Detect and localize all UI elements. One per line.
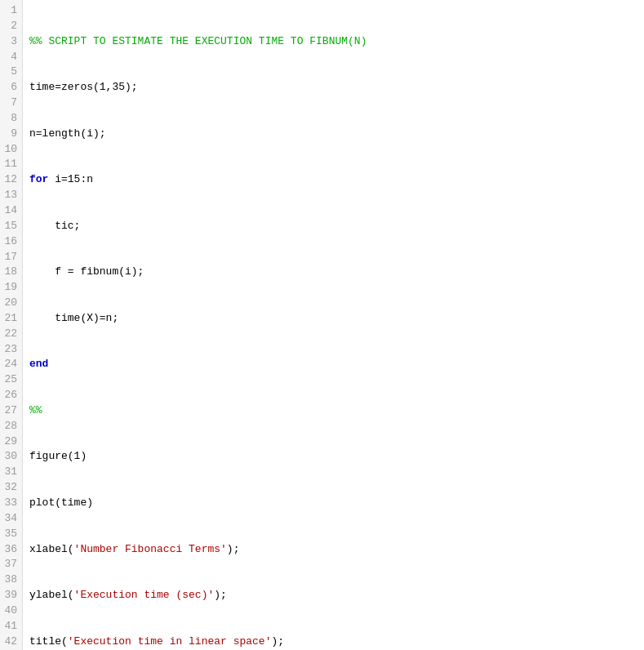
line-num: 10 (3, 142, 17, 158)
code-line-3: n=length(i); (29, 127, 637, 142)
line-num: 14 (3, 203, 17, 219)
line-num: 23 (3, 342, 17, 358)
line-num: 36 (3, 542, 17, 558)
line-num: 33 (3, 496, 17, 511)
code-editor: 1 2 3 4 5 6 7 8 9 10 11 12 13 14 15 16 1… (0, 0, 644, 650)
line-num: 40 (3, 603, 17, 619)
line-num: 18 (3, 265, 17, 280)
line-num: 34 (3, 511, 17, 527)
line-num: 17 (3, 250, 17, 265)
code-line-1: %% SCRIPT TO ESTIMATE THE EXECUTION TIME… (29, 34, 637, 50)
line-num: 4 (3, 50, 17, 65)
line-num: 39 (3, 588, 17, 603)
code-text[interactable]: %% SCRIPT TO ESTIMATE THE EXECUTION TIME… (23, 0, 644, 650)
line-num: 26 (3, 388, 17, 403)
code-line-4: for i=15:n (29, 172, 637, 188)
line-num: 30 (3, 449, 17, 465)
code-line-10: figure(1) (29, 449, 637, 465)
line-num: 27 (3, 403, 17, 419)
line-num: 20 (3, 296, 17, 311)
line-num: 29 (3, 434, 17, 450)
line-num: 12 (3, 172, 17, 188)
line-num: 25 (3, 372, 17, 388)
code-line-7: time(X)=n; (29, 311, 637, 327)
line-num: 41 (3, 619, 17, 634)
code-line-14: title('Execution time in linear space'); (29, 634, 637, 650)
code-line-2: time=zeros(1,35); (29, 80, 637, 96)
line-num: 28 (3, 419, 17, 434)
line-num: 1 (3, 3, 17, 19)
line-num: 8 (3, 111, 17, 127)
line-num: 24 (3, 357, 17, 372)
line-num: 6 (3, 80, 17, 96)
line-num: 42 (3, 634, 17, 650)
line-num: 22 (3, 327, 17, 342)
code-line-5: tic; (29, 219, 637, 234)
line-num: 2 (3, 19, 17, 34)
line-num: 11 (3, 157, 17, 172)
line-num: 3 (3, 34, 17, 50)
line-num: 38 (3, 572, 17, 588)
code-line-12: xlabel('Number Fibonacci Terms'); (29, 542, 637, 558)
code-line-13: ylabel('Execution time (sec)'); (29, 588, 637, 603)
line-num: 37 (3, 557, 17, 572)
line-num: 19 (3, 280, 17, 296)
code-line-8: end (29, 357, 637, 372)
line-num: 13 (3, 188, 17, 203)
code-line-11: plot(time) (29, 496, 637, 511)
code-line-6: f = fibnum(i); (29, 265, 637, 280)
line-num: 32 (3, 480, 17, 496)
line-num: 35 (3, 527, 17, 542)
line-num: 5 (3, 65, 17, 80)
line-num: 7 (3, 96, 17, 111)
code-line-9: %% (29, 403, 637, 419)
line-num: 31 (3, 465, 17, 480)
line-num: 9 (3, 127, 17, 142)
line-num: 16 (3, 234, 17, 250)
line-num: 21 (3, 311, 17, 327)
line-num: 15 (3, 219, 17, 234)
line-numbers: 1 2 3 4 5 6 7 8 9 10 11 12 13 14 15 16 1… (0, 0, 23, 650)
